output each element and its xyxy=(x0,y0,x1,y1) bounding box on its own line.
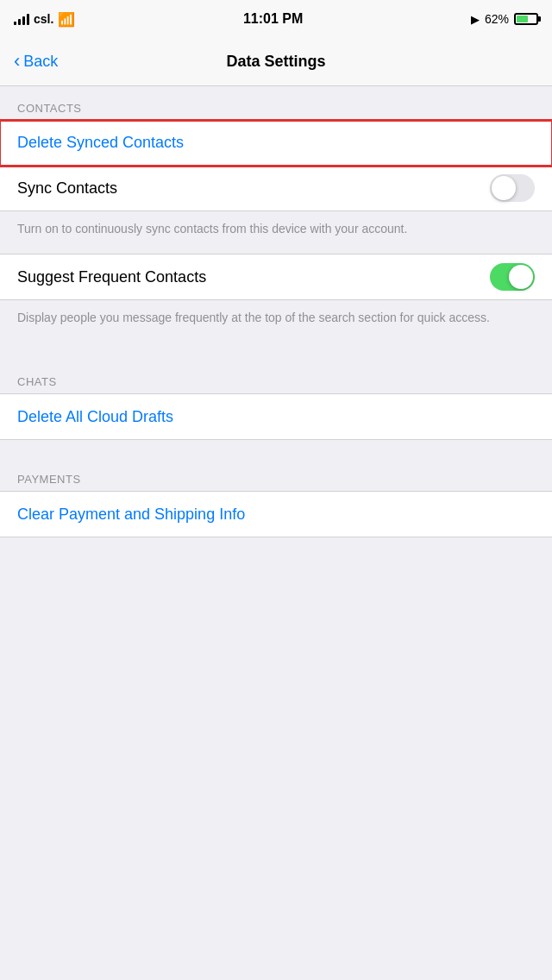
clear-payment-row[interactable]: Clear Payment and Shipping Info xyxy=(0,492,552,537)
payments-group: Clear Payment and Shipping Info xyxy=(0,491,552,537)
back-label: Back xyxy=(23,53,58,71)
chats-group: Delete All Cloud Drafts xyxy=(0,393,552,440)
delete-cloud-drafts-label: Delete All Cloud Drafts xyxy=(17,408,173,426)
back-chevron-icon: ‹ xyxy=(14,52,20,71)
chats-section-header: CHATS xyxy=(0,360,552,393)
payments-spacer xyxy=(0,440,552,457)
suggest-contacts-description: Display people you message frequently at… xyxy=(0,300,552,342)
payments-section-header: PAYMENTS xyxy=(0,457,552,491)
status-left: csl. 📶 xyxy=(14,11,75,28)
sync-contacts-description: Turn on to continuously sync contacts fr… xyxy=(0,211,552,254)
nav-bar: ‹ Back Data Settings xyxy=(0,38,552,86)
delete-synced-contacts-label: Delete Synced Contacts xyxy=(17,134,184,152)
status-right: ▶ 62% xyxy=(471,12,538,26)
battery-icon xyxy=(514,13,538,25)
signal-bar-1 xyxy=(14,22,16,25)
status-time: 11:01 PM xyxy=(243,11,303,27)
suggest-contacts-group: Suggest Frequent Contacts xyxy=(0,254,552,300)
suggest-contacts-row: Suggest Frequent Contacts xyxy=(0,254,552,299)
sync-contacts-toggle[interactable] xyxy=(490,174,535,202)
sync-contacts-label: Sync Contacts xyxy=(17,179,117,198)
status-bar: csl. 📶 11:01 PM ▶ 62% xyxy=(0,0,552,38)
delete-synced-contacts-row[interactable]: Delete Synced Contacts xyxy=(0,121,552,166)
contacts-group: Delete Synced Contacts Sync Contacts xyxy=(0,120,552,211)
battery-fill xyxy=(517,16,528,22)
carrier-name: csl. xyxy=(34,12,53,26)
suggest-contacts-toggle[interactable] xyxy=(490,263,535,291)
clear-payment-label: Clear Payment and Shipping Info xyxy=(17,506,245,524)
wifi-icon: 📶 xyxy=(58,11,75,28)
chats-spacer xyxy=(0,342,552,360)
battery-percent: 62% xyxy=(485,12,509,26)
signal-bar-4 xyxy=(27,14,29,25)
suggest-contacts-toggle-knob xyxy=(509,265,533,289)
contacts-section-header: CONTACTS xyxy=(0,86,552,120)
signal-bar-3 xyxy=(22,16,25,25)
page-title: Data Settings xyxy=(226,53,325,71)
back-button[interactable]: ‹ Back xyxy=(14,53,58,71)
sync-contacts-toggle-knob xyxy=(492,176,516,200)
sync-contacts-row: Sync Contacts xyxy=(0,166,552,210)
location-icon: ▶ xyxy=(471,13,480,26)
delete-cloud-drafts-row[interactable]: Delete All Cloud Drafts xyxy=(0,394,552,439)
signal-bar-2 xyxy=(18,19,21,25)
suggest-contacts-label: Suggest Frequent Contacts xyxy=(17,268,206,286)
signal-bars xyxy=(14,13,29,25)
